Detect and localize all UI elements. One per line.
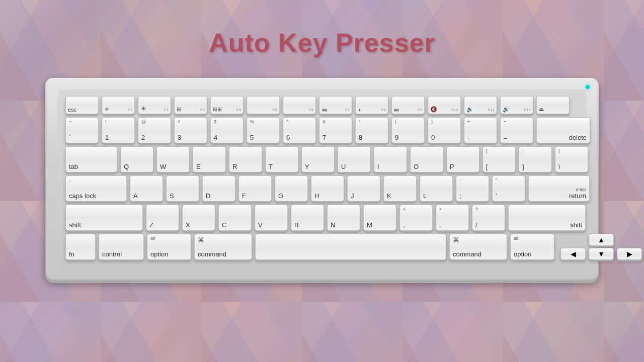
key-g[interactable]: G xyxy=(275,175,308,202)
key-roption-alt: alt xyxy=(514,236,519,241)
key-tilde-top: ~ xyxy=(69,120,71,124)
key-b[interactable]: B xyxy=(291,205,324,231)
key-f5[interactable]: F5 xyxy=(247,96,280,114)
key-f4[interactable]: ⊞⊞ F4 xyxy=(210,96,244,114)
key-j[interactable]: J xyxy=(347,175,380,202)
key-h[interactable]: H xyxy=(311,175,344,202)
key-loption[interactable]: alt option xyxy=(147,234,191,260)
key-comma-main: , xyxy=(403,222,405,228)
key-a[interactable]: A xyxy=(130,175,163,202)
key-eject[interactable]: ⏏ xyxy=(536,96,570,114)
key-e[interactable]: E xyxy=(193,146,226,172)
key-f11[interactable]: 🔉 F11 xyxy=(464,96,497,114)
key-2-main: 2 xyxy=(141,134,145,141)
key-lcommand[interactable]: ⌘ command xyxy=(194,234,252,260)
key-f12[interactable]: 🔊 F12 xyxy=(500,96,533,114)
key-4[interactable]: $ 4 xyxy=(210,117,244,143)
key-2[interactable]: @ 2 xyxy=(138,117,171,143)
key-arrow-left[interactable]: ◀ xyxy=(560,248,586,260)
key-comma[interactable]: < , xyxy=(399,205,433,231)
key-a-label: A xyxy=(133,193,138,199)
key-k[interactable]: K xyxy=(383,175,417,202)
key-arrow-up[interactable]: ▲ xyxy=(589,234,614,246)
key-f7-icon: ⏮ xyxy=(321,107,327,113)
page-title: Auto Key Presser xyxy=(0,28,644,58)
key-semicolon[interactable]: : ; xyxy=(456,175,489,202)
key-f2[interactable]: ☀ F2 xyxy=(138,96,171,114)
key-1[interactable]: ! 1 xyxy=(102,117,135,143)
key-v[interactable]: V xyxy=(255,205,288,231)
key-m[interactable]: M xyxy=(363,205,396,231)
key-capslock[interactable]: ● caps lock xyxy=(65,175,127,202)
key-r-label: R xyxy=(232,163,237,170)
key-c[interactable]: C xyxy=(218,205,252,231)
key-u[interactable]: U xyxy=(338,146,371,172)
key-8[interactable]: * 8 xyxy=(355,117,388,143)
key-d[interactable]: D xyxy=(202,175,235,202)
key-slash[interactable]: ? / xyxy=(472,205,505,231)
key-f10[interactable]: 🔇 F10 xyxy=(428,96,461,114)
key-0[interactable]: ) 0 xyxy=(428,117,461,143)
key-tab[interactable]: tab xyxy=(65,146,117,172)
key-equals[interactable]: + = xyxy=(500,117,533,143)
key-rcommand[interactable]: ⌘ command xyxy=(449,234,507,260)
key-roption[interactable]: alt option xyxy=(510,234,554,260)
key-z[interactable]: Z xyxy=(146,205,179,231)
key-rbracket[interactable]: } ] xyxy=(519,146,552,172)
key-esc[interactable]: esc xyxy=(65,96,99,114)
key-5[interactable]: % 5 xyxy=(247,117,280,143)
key-f8[interactable]: ⏯ F8 xyxy=(355,96,388,114)
key-minus-main: - xyxy=(467,134,469,141)
key-r[interactable]: R xyxy=(229,146,262,172)
key-f11-label: F11 xyxy=(488,108,495,112)
key-f6[interactable]: F6 xyxy=(283,96,316,114)
key-t[interactable]: T xyxy=(265,146,298,172)
key-delete[interactable]: delete xyxy=(536,117,590,143)
key-c-label: C xyxy=(222,222,226,228)
key-lshift[interactable]: shift xyxy=(65,205,143,231)
key-semicolon-main: ; xyxy=(459,193,461,199)
key-lbracket[interactable]: { [ xyxy=(482,146,516,172)
key-f9[interactable]: ⏭ F9 xyxy=(391,96,425,114)
key-y[interactable]: Y xyxy=(301,146,335,172)
key-arrow-down[interactable]: ▼ xyxy=(589,248,614,260)
key-6[interactable]: ^ 6 xyxy=(283,117,316,143)
key-n[interactable]: N xyxy=(327,205,360,231)
key-fn[interactable]: fn xyxy=(65,234,96,260)
key-f1[interactable]: ☀ F1 xyxy=(102,96,135,114)
key-1-top: ! xyxy=(105,120,107,124)
key-7[interactable]: & 7 xyxy=(319,117,352,143)
key-lcommand-icon: ⌘ xyxy=(198,237,204,243)
key-tilde[interactable]: ~ ` xyxy=(65,117,99,143)
key-period[interactable]: > . xyxy=(436,205,469,231)
key-space[interactable] xyxy=(255,234,446,260)
key-rshift[interactable]: shift xyxy=(508,205,586,231)
key-i[interactable]: I xyxy=(374,146,407,172)
key-f1-label: F1 xyxy=(128,108,132,112)
key-f7[interactable]: ⏮ F7 xyxy=(319,96,352,114)
key-x[interactable]: X xyxy=(182,205,215,231)
key-equals-top: + xyxy=(504,120,506,124)
key-control[interactable]: control xyxy=(99,234,144,260)
key-3[interactable]: # 3 xyxy=(174,117,207,143)
key-minus[interactable]: + - xyxy=(464,117,497,143)
key-q[interactable]: Q xyxy=(120,146,153,172)
key-f[interactable]: F xyxy=(238,175,272,202)
key-backslash[interactable]: | \ xyxy=(555,146,588,172)
key-z-label: Z xyxy=(149,222,153,228)
key-enter-label: return xyxy=(569,193,586,199)
key-f1-icon: ☀ xyxy=(104,106,109,113)
key-arrow-right[interactable]: ▶ xyxy=(617,248,642,260)
key-quote[interactable]: " ' xyxy=(492,175,525,202)
key-l[interactable]: L xyxy=(420,175,453,202)
key-9[interactable]: ( 9 xyxy=(391,117,425,143)
key-backslash-top: | xyxy=(558,149,559,153)
key-p[interactable]: P xyxy=(446,146,479,172)
key-rbracket-top: } xyxy=(522,149,524,153)
key-enter[interactable]: enter return xyxy=(528,175,590,202)
key-s[interactable]: S xyxy=(166,175,199,202)
key-equals-main: = xyxy=(504,134,508,141)
key-f3[interactable]: ⊞ F3 xyxy=(174,96,207,114)
key-w[interactable]: W xyxy=(156,146,190,172)
key-o[interactable]: O xyxy=(410,146,443,172)
